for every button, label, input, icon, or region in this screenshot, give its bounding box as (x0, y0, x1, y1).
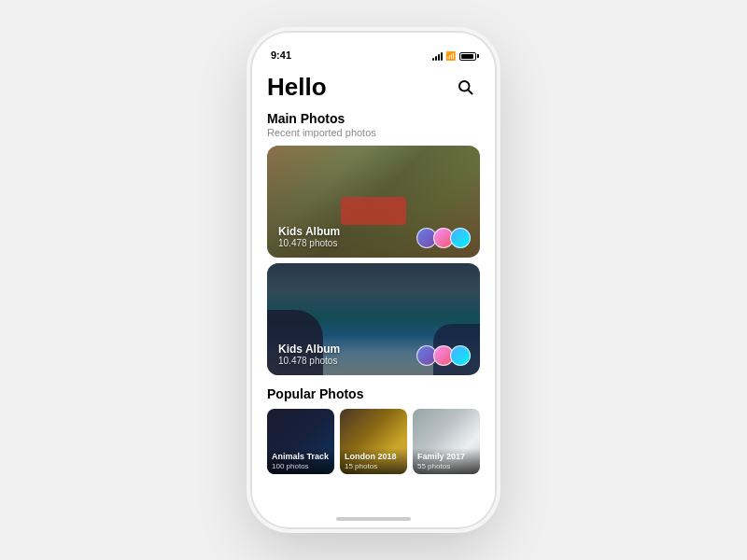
search-button[interactable] (450, 72, 480, 102)
album-card-2[interactable]: Kids Album 10.478 photos (267, 263, 480, 375)
popular-name-2: London 2018 (345, 452, 402, 462)
home-bar (336, 517, 411, 521)
album-avatars-1 (416, 228, 471, 248)
popular-item-1[interactable]: Animals Track 100 photos (267, 409, 334, 474)
screen-content: Hello Main Photos Recent imported photos… (252, 64, 495, 511)
popular-count-2: 15 photos (345, 462, 402, 470)
popular-section: Popular Photos Animals Track 100 photos … (252, 381, 495, 483)
album-info-2: Kids Album 10.478 photos (278, 343, 340, 366)
popular-count-1: 100 photos (272, 462, 330, 470)
main-section-header: Main Photos Recent imported photos (252, 105, 495, 140)
home-indicator (252, 511, 495, 527)
album-name-1: Kids Album (278, 225, 340, 238)
popular-overlay-1: Animals Track 100 photos (267, 448, 334, 474)
album-info-1: Kids Album 10.478 photos (278, 225, 340, 248)
album-avatars-2 (416, 345, 471, 366)
popular-item-3[interactable]: Family 2017 55 photos (413, 409, 480, 474)
popular-grid: Animals Track 100 photos London 2018 15 … (267, 409, 480, 474)
main-section-title: Main Photos (267, 111, 480, 126)
album-count-1: 10.478 photos (278, 238, 340, 248)
signal-icon (432, 51, 443, 61)
avatar-6 (450, 345, 471, 366)
album-name-2: Kids Album (278, 343, 340, 356)
avatar-3 (450, 228, 471, 248)
app-header: Hello (252, 64, 495, 105)
main-section-subtitle: Recent imported photos (267, 127, 480, 138)
popular-overlay-2: London 2018 15 photos (340, 448, 407, 474)
album-card-1[interactable]: Kids Album 10.478 photos (267, 146, 480, 258)
wagon-decoration (341, 197, 406, 225)
status-time: 9:41 (271, 49, 291, 61)
popular-name-3: Family 2017 (417, 452, 475, 462)
popular-overlay-3: Family 2017 55 photos (413, 448, 480, 474)
battery-icon (459, 52, 476, 61)
album-count-2: 10.478 photos (278, 356, 340, 366)
phone-shell: 9:41 📶 Hello (252, 33, 495, 527)
popular-title: Popular Photos (267, 386, 480, 401)
notch (327, 33, 420, 53)
popular-item-2[interactable]: London 2018 15 photos (340, 409, 407, 474)
app-title: Hello (267, 73, 327, 102)
popular-count-3: 55 photos (417, 462, 475, 470)
popular-name-1: Animals Track (272, 452, 330, 462)
wifi-icon: 📶 (445, 51, 456, 61)
svg-line-1 (468, 90, 472, 93)
status-icons: 📶 (432, 51, 476, 61)
